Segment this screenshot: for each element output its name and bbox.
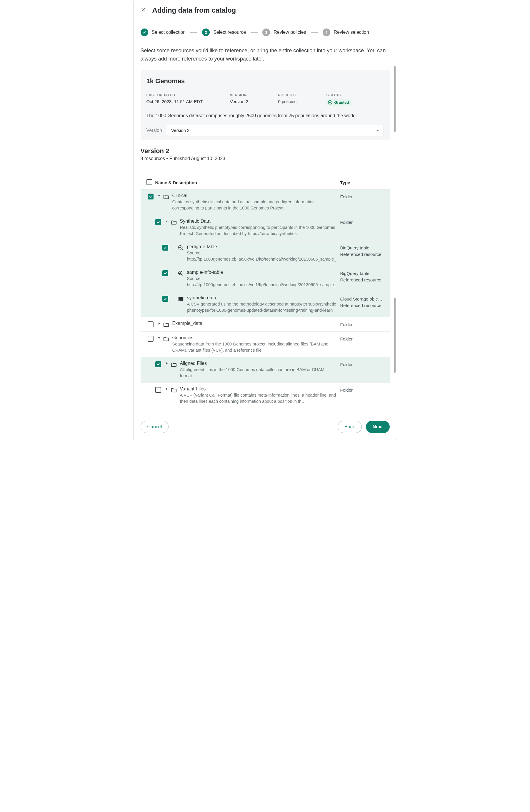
- collection-card: 1k Genomes LAST UPDATED Oct 26, 2023, 11…: [141, 70, 390, 140]
- resource-name: pedigree-table: [187, 244, 337, 249]
- svg-point-0: [328, 100, 332, 104]
- bq-icon: [178, 270, 187, 277]
- resource-name: Genomics: [172, 335, 337, 340]
- table-row[interactable]: Aligned Files All alignment files in the…: [141, 357, 390, 383]
- version-subheading: 8 resources • Published August 10, 2023: [141, 156, 390, 161]
- status-badge: Granted: [326, 99, 351, 106]
- check-circle-icon: [327, 100, 333, 105]
- expand-toggle[interactable]: [155, 335, 163, 339]
- version-heading: Version 2: [141, 147, 390, 155]
- collection-meta: LAST UPDATED Oct 26, 2023, 11:51 AM EDT …: [147, 93, 384, 106]
- collection-name: 1k Genomes: [147, 77, 384, 85]
- svg-rect-3: [178, 297, 183, 299]
- version-select-value: Version 2: [171, 128, 190, 133]
- table-row[interactable]: Variant Files A VCF (Variant Call Format…: [141, 383, 390, 408]
- status-text: Granted: [334, 100, 349, 105]
- resource-type: Folder: [340, 321, 387, 328]
- chevron-down-icon: [376, 128, 379, 133]
- table-row[interactable]: synthetic-data A CSV generated using the…: [141, 292, 390, 317]
- resource-name: Clinical: [172, 193, 337, 198]
- row-checkbox[interactable]: [162, 270, 168, 276]
- table-header: Name & Description Type: [141, 171, 390, 189]
- step-1: Select collection: [141, 29, 186, 36]
- resource-name: synthetic-data: [187, 295, 337, 301]
- close-icon[interactable]: [141, 7, 146, 14]
- row-checkbox[interactable]: [162, 296, 168, 302]
- back-button[interactable]: Back: [338, 421, 362, 433]
- dialog-title: Adding data from catalog: [152, 6, 236, 14]
- resource-description: Sequencing data from the 1000 Genomes pr…: [172, 341, 337, 353]
- resource-type: Folder: [340, 193, 387, 200]
- step-done-icon: [141, 29, 148, 36]
- step-4: 4 Review selection: [323, 29, 369, 36]
- table-row[interactable]: Clinical Contains synthetic clinical dat…: [141, 189, 390, 215]
- policies-value: 0 policies: [278, 99, 319, 104]
- resource-description: A CSV generated using the methodology de…: [187, 301, 337, 314]
- table-row[interactable]: Synthetic Data Realistic synthetic pheno…: [141, 215, 390, 241]
- expand-toggle: [170, 244, 178, 245]
- version-meta-value: Version 2: [230, 99, 271, 104]
- storage-icon: [178, 295, 187, 302]
- row-checkbox[interactable]: [155, 361, 161, 367]
- scrollbar-thumb[interactable]: [394, 298, 395, 373]
- table-row[interactable]: pedigree-table Source: http://ftp.1000ge…: [141, 241, 390, 266]
- row-checkbox[interactable]: [148, 336, 154, 342]
- folder-icon: [171, 361, 180, 368]
- version-picker-label: Version: [147, 128, 162, 133]
- dialog-footer: Cancel Back Next: [141, 421, 390, 433]
- svg-point-6: [179, 300, 180, 301]
- dialog-header: Adding data from catalog: [141, 6, 390, 14]
- resource-type: Cloud Storage obje…Referenced resource: [340, 295, 387, 309]
- row-checkbox[interactable]: [155, 387, 161, 393]
- last-updated-value: Oct 26, 2023, 11:51 AM EDT: [147, 99, 223, 104]
- expand-toggle[interactable]: [155, 193, 163, 197]
- step-2: 2 Select resource: [202, 29, 246, 36]
- row-checkbox[interactable]: [162, 245, 168, 250]
- add-data-dialog: Adding data from catalog Select collecti…: [133, 0, 397, 440]
- select-all-checkbox[interactable]: [147, 179, 152, 185]
- row-checkbox[interactable]: [155, 219, 161, 225]
- step-connector: [311, 32, 318, 33]
- last-updated-label: LAST UPDATED: [147, 93, 223, 97]
- step-connector: [251, 32, 257, 33]
- resource-type: BigQuery table,Referenced resource: [340, 244, 387, 258]
- resource-description: Source: http://ftp.1000genomes.ebi.ac.uk…: [187, 276, 337, 288]
- resource-description: A VCF (Variant Call Format) file contain…: [180, 392, 337, 405]
- version-select[interactable]: Version 2: [167, 125, 384, 136]
- resource-description: Source: http://ftp.1000genomes.ebi.ac.uk…: [187, 250, 337, 262]
- step-number-icon: 2: [202, 29, 210, 36]
- status-label: STATUS: [326, 93, 368, 97]
- policies-label: POLICIES: [278, 93, 319, 97]
- resource-table: Name & Description Type Clinical Contain…: [141, 171, 390, 408]
- resource-type: Folder: [340, 335, 387, 342]
- folder-icon: [163, 335, 172, 342]
- resource-name: Variant Files: [180, 386, 337, 392]
- resource-type: Folder: [340, 219, 387, 226]
- expand-toggle[interactable]: [163, 386, 171, 390]
- collection-description: The 1000 Genomes dataset comprises rough…: [147, 113, 384, 118]
- svg-rect-4: [178, 299, 183, 301]
- step-3: 3 Review policies: [262, 29, 306, 36]
- cancel-button[interactable]: Cancel: [141, 421, 169, 433]
- version-picker-row: Version Version 2: [147, 125, 384, 136]
- resource-description: Contains synthetic clinical data and act…: [172, 199, 337, 211]
- row-checkbox[interactable]: [148, 321, 154, 327]
- resource-description: Realistic synthetic phenotypes correspon…: [180, 224, 337, 237]
- expand-toggle[interactable]: [155, 321, 163, 325]
- resource-type: Folder: [340, 361, 387, 368]
- table-row[interactable]: Example_data Folder: [141, 317, 390, 332]
- resource-name: Example_data: [172, 321, 337, 326]
- next-button[interactable]: Next: [366, 421, 390, 433]
- step-number-icon: 3: [262, 29, 270, 36]
- resource-name: Synthetic Data: [180, 219, 337, 224]
- folder-icon: [163, 321, 172, 328]
- table-row[interactable]: Genomics Sequencing data from the 1000 G…: [141, 332, 390, 357]
- table-row[interactable]: sample-info-table Source: http://ftp.100…: [141, 266, 390, 292]
- intro-text: Select some resources you'd like to refe…: [141, 47, 390, 63]
- folder-icon: [171, 386, 180, 393]
- scrollbar-thumb[interactable]: [394, 66, 395, 132]
- row-checkbox[interactable]: [148, 193, 154, 200]
- expand-toggle[interactable]: [163, 219, 171, 223]
- folder-icon: [171, 219, 180, 226]
- expand-toggle[interactable]: [163, 361, 171, 365]
